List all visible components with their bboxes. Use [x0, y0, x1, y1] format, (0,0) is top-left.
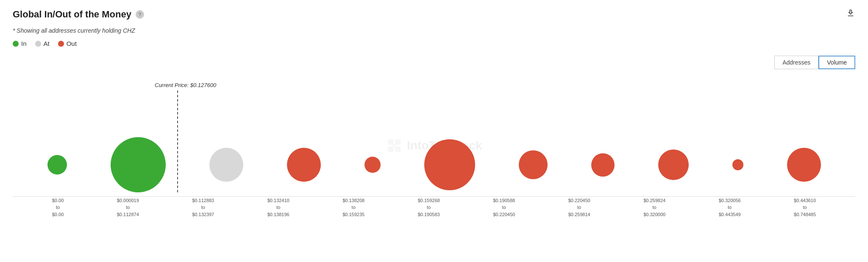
label-1-line2: to	[56, 204, 60, 211]
legend-label-out: Out	[67, 40, 77, 47]
label-6-line2: to	[427, 204, 431, 211]
label-6-line3: $0.190583	[418, 211, 440, 218]
current-price-label: Current Price: $0.127600	[155, 82, 216, 88]
bubble-container-8	[591, 153, 615, 177]
view-controls: Addresses Volume	[13, 56, 855, 69]
label-group-1: $0.00 to $0.00	[52, 197, 64, 218]
label-7-line1: $0.190588	[493, 197, 515, 204]
help-icon[interactable]: ?	[136, 10, 144, 19]
legend: In At Out	[13, 40, 855, 47]
label-group-6: $0.159268 to $0.190583	[418, 197, 440, 218]
label-11-line3: $0.748485	[794, 211, 816, 218]
label-1-line3: $0.00	[52, 211, 64, 218]
legend-dot-out	[58, 41, 64, 47]
page-title: Global In/Out of the Money	[13, 9, 131, 20]
label-3-line3: $0.132397	[192, 211, 214, 218]
legend-label-at: At	[44, 40, 50, 47]
volume-button[interactable]: Volume	[818, 56, 855, 69]
download-icon[interactable]	[846, 8, 855, 20]
addresses-button[interactable]: Addresses	[774, 56, 818, 69]
bubble-11	[787, 148, 821, 182]
legend-dot-in	[13, 41, 19, 47]
label-6-line1: $0.159268	[418, 197, 440, 204]
legend-dot-at	[35, 41, 41, 47]
header: Global In/Out of the Money ?	[13, 8, 855, 20]
label-8-line2: to	[577, 204, 581, 211]
bubble-container-4	[287, 148, 321, 182]
label-group-3: $0.112883 to $0.132397	[192, 197, 214, 218]
legend-item-at: At	[35, 40, 50, 47]
subtitle: * Showing all addresses currently holdin…	[13, 27, 855, 34]
label-4-line1: $0.132410	[267, 197, 289, 204]
legend-label-in: In	[21, 40, 27, 47]
label-5-line3: $0.159235	[342, 211, 364, 218]
labels-row: $0.00 to $0.00 $0.000019 to $0.112874 $0…	[13, 197, 855, 218]
label-2-line2: to	[126, 204, 130, 211]
bubble-container-1	[47, 155, 67, 175]
bubble-1	[47, 155, 67, 175]
bubble-9	[658, 149, 689, 180]
label-9-line1: $0.259824	[643, 197, 665, 204]
bubble-10	[732, 159, 743, 170]
bubble-7	[519, 150, 548, 179]
bubbles-row	[13, 137, 855, 192]
label-10-line2: to	[728, 204, 732, 211]
label-group-5: $0.138208 to $0.159235	[342, 197, 364, 218]
label-5-line2: to	[352, 204, 356, 211]
bubble-5	[364, 157, 381, 173]
label-3-line2: to	[201, 204, 205, 211]
label-11-line2: to	[803, 204, 807, 211]
header-left: Global In/Out of the Money ?	[13, 9, 144, 20]
label-group-8: $0.220450 to $0.259814	[568, 197, 590, 218]
label-5-line1: $0.138208	[342, 197, 364, 204]
label-8-line3: $0.259814	[568, 211, 590, 218]
bubble-8	[591, 153, 615, 177]
bubble-container-3	[209, 148, 243, 182]
label-group-4: $0.132410 to $0.138196	[267, 197, 289, 218]
label-4-line2: to	[276, 204, 280, 211]
bubble-container-7	[519, 150, 548, 179]
label-11-line1: $0.443610	[794, 197, 816, 204]
bubble-container-10	[732, 159, 743, 170]
bubble-2	[111, 137, 166, 192]
bubble-3	[209, 148, 243, 182]
bubble-container-6	[424, 139, 475, 190]
label-2-line3: $0.112874	[117, 211, 139, 218]
main-container: Global In/Out of the Money ? * Showing a…	[0, 0, 868, 226]
label-3-line1: $0.112883	[192, 197, 214, 204]
bubble-4	[287, 148, 321, 182]
bubble-container-5	[364, 157, 381, 173]
label-group-10: $0.320056 to $0.443549	[719, 197, 741, 218]
label-9-line2: to	[653, 204, 657, 211]
label-7-line2: to	[502, 204, 506, 211]
bubble-6	[424, 139, 475, 190]
label-2-line1: $0.000019	[117, 197, 139, 204]
bubble-container-2	[111, 137, 166, 192]
label-group-7: $0.190588 to $0.220450	[493, 197, 515, 218]
label-10-line1: $0.320056	[719, 197, 741, 204]
chart-area: Current Price: $0.127600 IntoTheBlock	[13, 73, 855, 218]
legend-item-out: Out	[58, 40, 77, 47]
label-group-11: $0.443610 to $0.748485	[794, 197, 816, 218]
label-1-line1: $0.00	[52, 197, 64, 204]
bubble-container-9	[658, 149, 689, 180]
label-group-2: $0.000019 to $0.112874	[117, 197, 139, 218]
label-8-line1: $0.220450	[568, 197, 590, 204]
label-group-9: $0.259824 to $0.320000	[643, 197, 665, 218]
legend-item-in: In	[13, 40, 27, 47]
label-4-line3: $0.138196	[267, 211, 289, 218]
label-7-line3: $0.220450	[493, 211, 515, 218]
bubble-container-11	[787, 148, 821, 182]
label-10-line3: $0.443549	[719, 211, 741, 218]
label-9-line3: $0.320000	[643, 211, 665, 218]
